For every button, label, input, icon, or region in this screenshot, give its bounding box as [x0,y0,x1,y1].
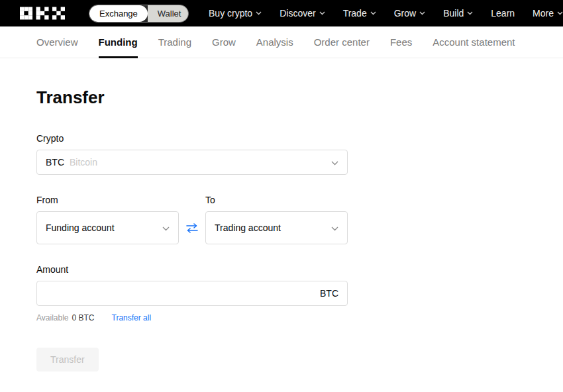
okx-logo[interactable] [20,7,65,20]
available-value: 0 BTC [72,313,94,322]
to-label: To [205,195,348,205]
from-account-value: Funding account [46,222,115,233]
swap-arrows-icon [185,223,199,233]
amount-field: BTC [36,281,348,306]
tab-trading[interactable]: Trading [158,26,191,58]
nav-buy-crypto[interactable]: Buy crypto [209,8,262,19]
transfer-form: Transfer Crypto BTC Bitcoin From Funding… [0,58,563,371]
crypto-symbol: BTC [46,157,64,168]
transfer-submit-button[interactable]: Transfer [36,348,99,371]
crypto-select[interactable]: BTC Bitcoin [36,150,348,175]
from-column: From Funding account [36,195,179,244]
chevron-down-icon [319,11,325,15]
tab-analysis[interactable]: Analysis [256,26,293,58]
nav-build[interactable]: Build [443,8,473,19]
nav-grow[interactable]: Grow [394,8,425,19]
account-tabbar: Overview Funding Trading Grow Analysis O… [0,26,563,58]
nav-discover-label: Discover [280,8,315,19]
page-title: Transfer [36,87,563,108]
chevron-down-icon [256,11,262,15]
tab-account-statement[interactable]: Account statement [433,26,515,58]
tab-grow[interactable]: Grow [212,26,236,58]
chevron-down-icon [370,11,376,15]
crypto-name: Bitcoin [70,157,97,168]
from-account-select[interactable]: Funding account [36,211,179,244]
nav-learn-label: Learn [491,8,515,19]
chevron-down-icon [467,11,473,15]
okx-logo-icon [20,7,65,20]
available-row: Available 0 BTC Transfer all [36,313,563,322]
main-nav: Buy crypto Discover Trade Grow Build [209,8,563,19]
chevron-down-icon [162,222,170,234]
tab-fees[interactable]: Fees [390,26,412,58]
to-account-select[interactable]: Trading account [205,211,348,244]
available-label: Available [36,313,68,322]
exchange-wallet-toggle: Exchange Wallet [89,5,189,23]
nav-grow-label: Grow [394,8,416,19]
crypto-label: Crypto [36,133,563,144]
tab-funding[interactable]: Funding [99,26,138,58]
wallet-toggle-button[interactable]: Wallet [148,5,189,22]
chevron-down-icon [331,156,338,168]
nav-build-label: Build [443,8,464,19]
chevron-down-icon [557,11,563,15]
tab-overview[interactable]: Overview [36,26,78,58]
swap-direction-button[interactable] [179,211,205,244]
from-label: From [36,195,179,205]
amount-input[interactable] [46,287,315,299]
transfer-all-link[interactable]: Transfer all [112,313,152,322]
to-account-value: Trading account [215,222,281,233]
nav-trade-label: Trade [343,8,367,19]
nav-discover[interactable]: Discover [280,8,325,19]
amount-label: Amount [36,264,563,275]
nav-trade[interactable]: Trade [343,8,376,19]
nav-more-label: More [533,8,554,19]
nav-more[interactable]: More [533,8,563,19]
top-header: Exchange Wallet Buy crypto Discover Trad… [0,0,563,26]
chevron-down-icon [419,11,425,15]
nav-buy-crypto-label: Buy crypto [209,8,252,19]
chevron-down-icon [331,222,338,234]
tab-order-center[interactable]: Order center [314,26,370,58]
amount-currency-suffix: BTC [320,288,338,299]
exchange-toggle-button[interactable]: Exchange [89,5,148,22]
nav-learn[interactable]: Learn [491,8,515,19]
from-to-row: From Funding account To Trading account [36,195,563,244]
to-column: To Trading account [205,195,348,244]
